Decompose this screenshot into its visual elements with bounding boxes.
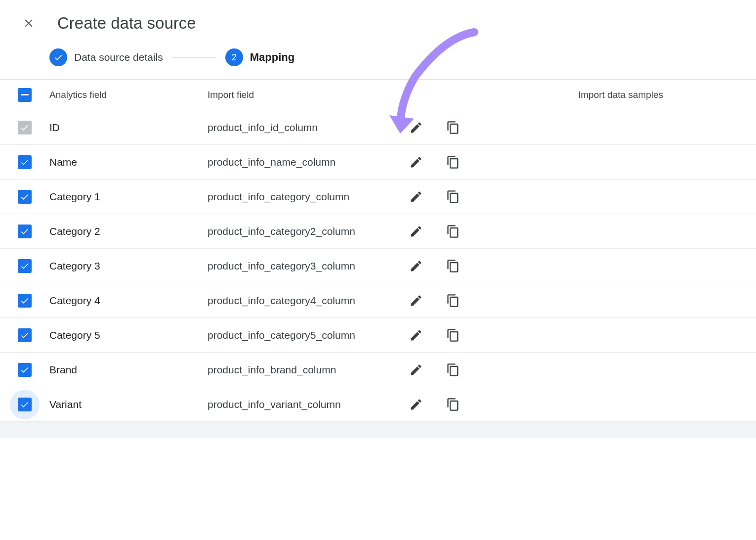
column-import-field: Import field (208, 90, 405, 100)
copy-button[interactable] (442, 290, 464, 312)
analytics-field-value: Category 3 (49, 260, 208, 272)
edit-button[interactable] (405, 359, 427, 381)
table-row: Category 5product_info_category5_column (0, 318, 756, 353)
import-field-value: product_info_variant_column (208, 399, 405, 410)
row-checkbox[interactable] (18, 398, 32, 411)
pencil-icon (409, 121, 423, 135)
analytics-field-value: Category 1 (49, 191, 208, 203)
copy-button[interactable] (442, 221, 464, 242)
analytics-field-value: Category 4 (49, 295, 208, 307)
step-1-label: Data source details (74, 51, 163, 63)
row-checkbox[interactable] (18, 225, 32, 238)
import-field-value: product_info_category2_column (208, 225, 405, 237)
copy-icon (446, 225, 460, 238)
import-field-value: product_info_brand_column (208, 364, 405, 376)
table-header: Analytics field Import field Import data… (0, 80, 756, 110)
edit-button[interactable] (405, 151, 427, 173)
analytics-field-value: Category 2 (49, 225, 208, 237)
copy-icon (446, 363, 460, 377)
edit-button[interactable] (405, 221, 427, 242)
row-checkbox[interactable] (18, 259, 32, 273)
table-row: Category 4product_info_category4_column (0, 283, 756, 318)
analytics-field-value: Category 5 (49, 329, 208, 341)
import-field-value: product_info_category_column (208, 191, 405, 203)
pencil-icon (409, 190, 423, 204)
table-row: Category 1product_info_category_column (0, 180, 756, 214)
edit-button[interactable] (405, 290, 427, 312)
import-field-value: product_info_id_column (208, 122, 405, 134)
analytics-field-value: ID (49, 122, 208, 134)
row-checkbox[interactable] (18, 294, 32, 308)
copy-button[interactable] (442, 324, 464, 346)
row-checkbox[interactable] (18, 155, 32, 169)
analytics-field-value: Variant (49, 399, 208, 410)
step-1-badge (49, 48, 67, 66)
import-field-value: product_info_category3_column (208, 260, 405, 272)
column-import-samples: Import data samples (479, 90, 736, 100)
table-row: Nameproduct_info_name_column (0, 145, 756, 180)
edit-button[interactable] (405, 117, 427, 138)
step-2-label: Mapping (250, 51, 294, 64)
copy-button[interactable] (442, 186, 464, 208)
close-button[interactable] (20, 14, 38, 32)
column-analytics-field: Analytics field (49, 90, 208, 100)
copy-icon (446, 121, 460, 135)
analytics-field-value: Name (49, 156, 208, 168)
dialog-title: Create data source (57, 14, 196, 33)
edit-button[interactable] (405, 186, 427, 208)
step-1[interactable]: Data source details (49, 48, 163, 66)
copy-icon (446, 398, 460, 411)
copy-icon (446, 259, 460, 273)
pencil-icon (409, 398, 423, 411)
import-field-value: product_info_name_column (208, 156, 405, 168)
copy-button[interactable] (442, 117, 464, 138)
copy-icon (446, 328, 460, 342)
edit-button[interactable] (405, 394, 427, 415)
edit-button[interactable] (405, 324, 427, 346)
table-row: Category 2product_info_category2_column (0, 214, 756, 249)
stepper: Data source details 2 Mapping (0, 42, 756, 80)
row-checkbox (18, 121, 32, 135)
pencil-icon (409, 225, 423, 238)
close-icon (22, 17, 35, 30)
check-icon (53, 52, 63, 62)
table-row: Category 3product_info_category3_column (0, 249, 756, 283)
pencil-icon (409, 363, 423, 377)
analytics-field-value: Brand (49, 364, 208, 376)
edit-button[interactable] (405, 255, 427, 277)
row-checkbox[interactable] (18, 190, 32, 204)
copy-button[interactable] (442, 394, 464, 415)
step-2-badge: 2 (225, 48, 243, 66)
copy-icon (446, 155, 460, 169)
pencil-icon (409, 155, 423, 169)
table-row: IDproduct_info_id_column (0, 110, 756, 145)
copy-icon (446, 294, 460, 308)
step-divider (172, 57, 216, 58)
pencil-icon (409, 294, 423, 308)
copy-button[interactable] (442, 255, 464, 277)
copy-icon (446, 190, 460, 204)
import-field-value: product_info_category4_column (208, 295, 405, 307)
table-row: Brandproduct_info_brand_column (0, 353, 756, 387)
copy-button[interactable] (442, 151, 464, 173)
pencil-icon (409, 259, 423, 273)
select-all-checkbox[interactable] (18, 88, 32, 102)
copy-button[interactable] (442, 359, 464, 381)
pencil-icon (409, 328, 423, 342)
row-checkbox[interactable] (18, 328, 32, 342)
table-row: Variantproduct_info_variant_column (0, 387, 756, 422)
row-checkbox[interactable] (18, 363, 32, 377)
step-2[interactable]: 2 Mapping (225, 48, 294, 66)
import-field-value: product_info_category5_column (208, 329, 405, 341)
